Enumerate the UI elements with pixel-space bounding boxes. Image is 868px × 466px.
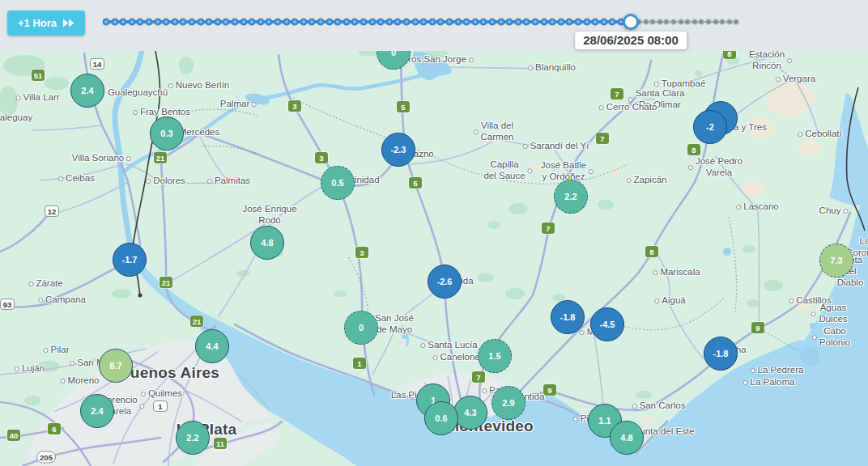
timeline-tick-past[interactable] — [300, 19, 307, 26]
timeline-tick-future[interactable] — [706, 19, 712, 25]
timeline-tick-past[interactable] — [514, 19, 521, 26]
timeline-tick-past[interactable] — [137, 19, 144, 26]
advance-hour-button[interactable]: +1 Hora — [7, 11, 85, 36]
timeline-tick-past[interactable] — [283, 19, 290, 26]
timeline-tick-past[interactable] — [154, 19, 161, 26]
timeline-tick-past[interactable] — [232, 19, 239, 26]
station-marker[interactable]: 2.2 — [176, 421, 210, 455]
timeline-tick-past[interactable] — [163, 19, 170, 26]
station-marker[interactable]: 2.2 — [554, 180, 588, 214]
station-marker[interactable]: 2.4 — [80, 394, 114, 428]
timeline-tick-past[interactable] — [206, 19, 213, 26]
timeline-tick-future[interactable] — [643, 19, 649, 25]
timeline-tick-future[interactable] — [713, 19, 718, 25]
timeline-tick-past[interactable] — [214, 19, 221, 26]
timeline-tick-past[interactable] — [566, 19, 573, 26]
timeline-tick-past[interactable] — [351, 19, 359, 26]
station-marker[interactable]: 4.3 — [453, 396, 487, 430]
timeline-tick-past[interactable] — [600, 19, 607, 26]
timeline-tick-past[interactable] — [368, 19, 376, 26]
timeline-tick-past[interactable] — [197, 19, 204, 26]
timeline-tick-future[interactable] — [657, 19, 662, 25]
timeline-tick-past[interactable] — [308, 19, 316, 26]
timeline-tick-past[interactable] — [592, 19, 599, 26]
timeline-tick-future[interactable] — [671, 19, 677, 25]
station-marker[interactable]: -2 — [693, 110, 727, 144]
timeline-tick-past[interactable] — [394, 19, 402, 26]
timeline-tick-past[interactable] — [180, 19, 187, 26]
timeline-tick-past[interactable] — [497, 19, 504, 26]
timeline-tick-past[interactable] — [266, 19, 273, 26]
timeline-tick-past[interactable] — [257, 19, 264, 26]
timeline-tick-past[interactable] — [454, 19, 462, 26]
timeline-tick-past[interactable] — [428, 19, 436, 26]
station-marker[interactable]: 0 — [377, 51, 411, 70]
timeline-tick-past[interactable] — [291, 19, 299, 26]
timeline-tick-past[interactable] — [506, 19, 513, 26]
station-marker[interactable]: 0.6 — [424, 401, 458, 435]
timeline-tick-past[interactable] — [326, 19, 333, 26]
timeline-tick-past[interactable] — [343, 19, 350, 26]
timeline-tick-past[interactable] — [471, 19, 479, 26]
timeline-tick-past[interactable] — [403, 19, 411, 26]
timeline-tick-future[interactable] — [650, 19, 656, 25]
timeline-tick-past[interactable] — [575, 19, 582, 26]
timeline-tick-past[interactable] — [411, 19, 419, 26]
timeline-tick-past[interactable] — [249, 19, 256, 26]
timeline-tick-past[interactable] — [128, 19, 135, 26]
timeline-tick-past[interactable] — [171, 19, 178, 26]
timeline-tick-past[interactable] — [609, 19, 616, 26]
station-marker[interactable]: -2.6 — [428, 265, 462, 299]
timeline-tick-past[interactable] — [360, 19, 368, 26]
map-canvas[interactable]: Villa LarrGualeguaychúNuevo BerlínPalmar… — [0, 51, 868, 466]
timeline-tick-past[interactable] — [317, 19, 325, 26]
station-marker[interactable]: 7.3 — [819, 244, 853, 277]
timeline-tick-past[interactable] — [274, 19, 282, 26]
station-marker[interactable]: 8.7 — [99, 349, 133, 383]
timeline-tick-future[interactable] — [726, 19, 732, 25]
timeline-tick-past[interactable] — [420, 19, 428, 26]
timeline-tick-future[interactable] — [664, 19, 670, 25]
timeline-tick-past[interactable] — [532, 19, 539, 26]
timeline-tick-future[interactable] — [699, 19, 704, 25]
timeline-tick-future[interactable] — [734, 19, 739, 25]
timeline-tick-past[interactable] — [463, 19, 470, 26]
timeline-tick-past[interactable] — [480, 19, 487, 26]
slider-handle[interactable] — [623, 14, 639, 30]
timeline-tick-past[interactable] — [146, 19, 153, 26]
timeline-tick-past[interactable] — [189, 19, 196, 26]
timeline-tick-past[interactable] — [489, 19, 496, 26]
timeline-tick-past[interactable] — [240, 19, 247, 26]
station-marker[interactable]: 4.8 — [250, 226, 284, 260]
timeline-tick-future[interactable] — [678, 19, 683, 25]
timeline-tick-past[interactable] — [111, 19, 118, 26]
station-marker[interactable]: -2.3 — [381, 133, 415, 167]
timeline-tick-past[interactable] — [334, 19, 342, 26]
time-slider[interactable]: 28/06/2025 08:00 — [0, 0, 868, 51]
station-marker[interactable]: 4.4 — [195, 329, 229, 363]
station-marker[interactable]: -1.7 — [113, 243, 147, 277]
timeline-tick-past[interactable] — [540, 19, 547, 26]
timeline-tick-past[interactable] — [223, 19, 230, 26]
timeline-tick-past[interactable] — [523, 19, 530, 26]
timeline-tick-past[interactable] — [583, 19, 590, 26]
station-marker[interactable]: -4.5 — [590, 307, 624, 341]
station-marker[interactable]: 0.5 — [321, 166, 355, 200]
timeline-tick-past[interactable] — [377, 19, 385, 26]
station-marker[interactable]: 1.5 — [478, 339, 512, 373]
station-marker[interactable]: 0.3 — [150, 116, 184, 150]
station-marker[interactable]: 4.8 — [610, 421, 644, 455]
timeline-tick-future[interactable] — [720, 19, 725, 25]
timeline-tick-past[interactable] — [103, 19, 110, 26]
timeline-tick-past[interactable] — [446, 19, 453, 26]
station-marker[interactable]: 0 — [344, 311, 378, 345]
timeline-tick-future[interactable] — [691, 19, 697, 25]
timeline-tick-past[interactable] — [549, 19, 556, 26]
station-marker[interactable]: 2.9 — [491, 386, 525, 420]
timeline-tick-past[interactable] — [437, 19, 445, 26]
station-marker[interactable]: 2.4 — [70, 74, 104, 108]
station-marker[interactable]: -1.8 — [551, 300, 585, 334]
timeline-tick-past[interactable] — [557, 19, 564, 26]
station-marker[interactable]: -1.8 — [704, 337, 738, 371]
timeline-tick-future[interactable] — [685, 19, 691, 25]
